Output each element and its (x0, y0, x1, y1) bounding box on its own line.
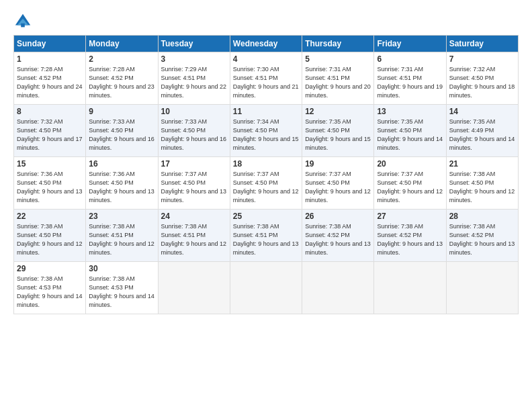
day-info: Sunrise: 7:38 AMSunset: 4:51 PMDaylight:… (161, 223, 227, 256)
calendar-cell: 27 Sunrise: 7:38 AMSunset: 4:52 PMDaylig… (374, 210, 446, 262)
day-info: Sunrise: 7:38 AMSunset: 4:53 PMDaylight:… (17, 275, 83, 308)
col-header-friday: Friday (374, 36, 446, 52)
calendar-cell: 16 Sunrise: 7:36 AMSunset: 4:50 PMDaylig… (86, 157, 158, 210)
calendar-cell: 10 Sunrise: 7:33 AMSunset: 4:50 PMDaylig… (158, 105, 230, 157)
day-number: 10 (161, 107, 227, 116)
day-info: Sunrise: 7:33 AMSunset: 4:50 PMDaylight:… (89, 118, 154, 151)
calendar-cell: 5 Sunrise: 7:31 AMSunset: 4:51 PMDayligh… (302, 52, 374, 105)
col-header-wednesday: Wednesday (230, 36, 302, 52)
calendar-cell: 29 Sunrise: 7:38 AMSunset: 4:53 PMDaylig… (14, 262, 86, 314)
calendar-cell: 30 Sunrise: 7:38 AMSunset: 4:53 PMDaylig… (86, 262, 158, 314)
day-number: 16 (89, 159, 154, 169)
day-info: Sunrise: 7:38 AMSunset: 4:50 PMDaylight:… (17, 223, 83, 256)
day-number: 21 (449, 159, 515, 169)
calendar-cell: 22 Sunrise: 7:38 AMSunset: 4:50 PMDaylig… (14, 210, 86, 262)
day-number: 14 (449, 107, 515, 116)
day-info: Sunrise: 7:32 AMSunset: 4:50 PMDaylight:… (449, 66, 515, 99)
day-number: 1 (17, 54, 83, 64)
day-info: Sunrise: 7:37 AMSunset: 4:50 PMDaylight:… (305, 171, 371, 203)
day-info: Sunrise: 7:32 AMSunset: 4:50 PMDaylight:… (17, 118, 83, 151)
calendar-cell: 17 Sunrise: 7:37 AMSunset: 4:50 PMDaylig… (158, 157, 230, 210)
calendar-cell: 18 Sunrise: 7:37 AMSunset: 4:50 PMDaylig… (230, 157, 302, 210)
day-info: Sunrise: 7:36 AMSunset: 4:50 PMDaylight:… (17, 171, 83, 203)
calendar-week-row: 15 Sunrise: 7:36 AMSunset: 4:50 PMDaylig… (14, 157, 519, 210)
calendar-week-row: 29 Sunrise: 7:38 AMSunset: 4:53 PMDaylig… (14, 262, 519, 314)
day-info: Sunrise: 7:31 AMSunset: 4:51 PMDaylight:… (305, 66, 371, 99)
day-number: 15 (17, 159, 83, 169)
day-number: 19 (305, 159, 371, 169)
logo (13, 12, 34, 31)
calendar-cell (230, 262, 302, 314)
day-info: Sunrise: 7:35 AMSunset: 4:49 PMDaylight:… (449, 118, 515, 151)
calendar-cell (158, 262, 230, 314)
calendar-cell: 23 Sunrise: 7:38 AMSunset: 4:51 PMDaylig… (86, 210, 158, 262)
day-number: 26 (305, 212, 371, 221)
day-number: 5 (305, 54, 371, 64)
day-info: Sunrise: 7:33 AMSunset: 4:50 PMDaylight:… (161, 118, 227, 151)
calendar-cell: 24 Sunrise: 7:38 AMSunset: 4:51 PMDaylig… (158, 210, 230, 262)
day-info: Sunrise: 7:30 AMSunset: 4:51 PMDaylight:… (233, 66, 299, 99)
page: SundayMondayTuesdayWednesdayThursdayFrid… (0, 0, 532, 411)
day-info: Sunrise: 7:28 AMSunset: 4:52 PMDaylight:… (89, 66, 154, 99)
calendar-cell: 26 Sunrise: 7:38 AMSunset: 4:52 PMDaylig… (302, 210, 374, 262)
day-info: Sunrise: 7:36 AMSunset: 4:50 PMDaylight:… (89, 171, 154, 203)
col-header-sunday: Sunday (14, 36, 86, 52)
calendar-week-row: 8 Sunrise: 7:32 AMSunset: 4:50 PMDayligh… (14, 105, 519, 157)
calendar-cell: 25 Sunrise: 7:38 AMSunset: 4:51 PMDaylig… (230, 210, 302, 262)
calendar-cell: 3 Sunrise: 7:29 AMSunset: 4:51 PMDayligh… (158, 52, 230, 105)
day-number: 6 (377, 54, 443, 64)
day-info: Sunrise: 7:28 AMSunset: 4:52 PMDaylight:… (17, 66, 83, 99)
day-info: Sunrise: 7:31 AMSunset: 4:51 PMDaylight:… (377, 66, 443, 99)
day-number: 30 (89, 264, 154, 273)
day-number: 20 (377, 159, 443, 169)
day-info: Sunrise: 7:38 AMSunset: 4:53 PMDaylight:… (89, 275, 154, 308)
day-info: Sunrise: 7:38 AMSunset: 4:51 PMDaylight:… (89, 223, 154, 256)
calendar: SundayMondayTuesdayWednesdayThursdayFrid… (13, 35, 519, 314)
calendar-cell: 7 Sunrise: 7:32 AMSunset: 4:50 PMDayligh… (446, 52, 518, 105)
calendar-header-row: SundayMondayTuesdayWednesdayThursdayFrid… (14, 36, 519, 52)
day-info: Sunrise: 7:38 AMSunset: 4:52 PMDaylight:… (449, 223, 515, 256)
calendar-cell (374, 262, 446, 314)
day-info: Sunrise: 7:37 AMSunset: 4:50 PMDaylight:… (233, 171, 299, 203)
calendar-cell: 12 Sunrise: 7:35 AMSunset: 4:50 PMDaylig… (302, 105, 374, 157)
col-header-saturday: Saturday (446, 36, 518, 52)
day-number: 24 (161, 212, 227, 221)
calendar-cell: 15 Sunrise: 7:36 AMSunset: 4:50 PMDaylig… (14, 157, 86, 210)
calendar-cell: 2 Sunrise: 7:28 AMSunset: 4:52 PMDayligh… (86, 52, 158, 105)
day-number: 8 (17, 107, 83, 116)
calendar-cell: 28 Sunrise: 7:38 AMSunset: 4:52 PMDaylig… (446, 210, 518, 262)
day-info: Sunrise: 7:37 AMSunset: 4:50 PMDaylight:… (161, 171, 227, 203)
day-number: 18 (233, 159, 299, 169)
calendar-cell: 1 Sunrise: 7:28 AMSunset: 4:52 PMDayligh… (14, 52, 86, 105)
day-number: 2 (89, 54, 154, 64)
day-number: 13 (377, 107, 443, 116)
day-info: Sunrise: 7:34 AMSunset: 4:50 PMDaylight:… (233, 118, 299, 151)
day-number: 11 (233, 107, 299, 116)
day-info: Sunrise: 7:38 AMSunset: 4:52 PMDaylight:… (377, 223, 443, 256)
calendar-week-row: 1 Sunrise: 7:28 AMSunset: 4:52 PMDayligh… (14, 52, 519, 105)
day-info: Sunrise: 7:29 AMSunset: 4:51 PMDaylight:… (161, 66, 227, 99)
day-number: 23 (89, 212, 154, 221)
svg-rect-2 (21, 24, 25, 28)
day-info: Sunrise: 7:35 AMSunset: 4:50 PMDaylight:… (305, 118, 371, 151)
col-header-thursday: Thursday (302, 36, 374, 52)
calendar-cell: 6 Sunrise: 7:31 AMSunset: 4:51 PMDayligh… (374, 52, 446, 105)
day-number: 9 (89, 107, 154, 116)
col-header-tuesday: Tuesday (158, 36, 230, 52)
day-info: Sunrise: 7:35 AMSunset: 4:50 PMDaylight:… (377, 118, 443, 151)
calendar-week-row: 22 Sunrise: 7:38 AMSunset: 4:50 PMDaylig… (14, 210, 519, 262)
header (13, 12, 519, 31)
calendar-cell (446, 262, 518, 314)
calendar-cell: 19 Sunrise: 7:37 AMSunset: 4:50 PMDaylig… (302, 157, 374, 210)
logo-icon (13, 12, 32, 31)
calendar-cell: 14 Sunrise: 7:35 AMSunset: 4:49 PMDaylig… (446, 105, 518, 157)
day-number: 17 (161, 159, 227, 169)
day-info: Sunrise: 7:38 AMSunset: 4:51 PMDaylight:… (233, 223, 299, 256)
day-number: 3 (161, 54, 227, 64)
calendar-cell: 20 Sunrise: 7:37 AMSunset: 4:50 PMDaylig… (374, 157, 446, 210)
calendar-cell: 4 Sunrise: 7:30 AMSunset: 4:51 PMDayligh… (230, 52, 302, 105)
day-number: 27 (377, 212, 443, 221)
calendar-cell (302, 262, 374, 314)
calendar-cell: 11 Sunrise: 7:34 AMSunset: 4:50 PMDaylig… (230, 105, 302, 157)
day-info: Sunrise: 7:38 AMSunset: 4:50 PMDaylight:… (449, 171, 515, 203)
